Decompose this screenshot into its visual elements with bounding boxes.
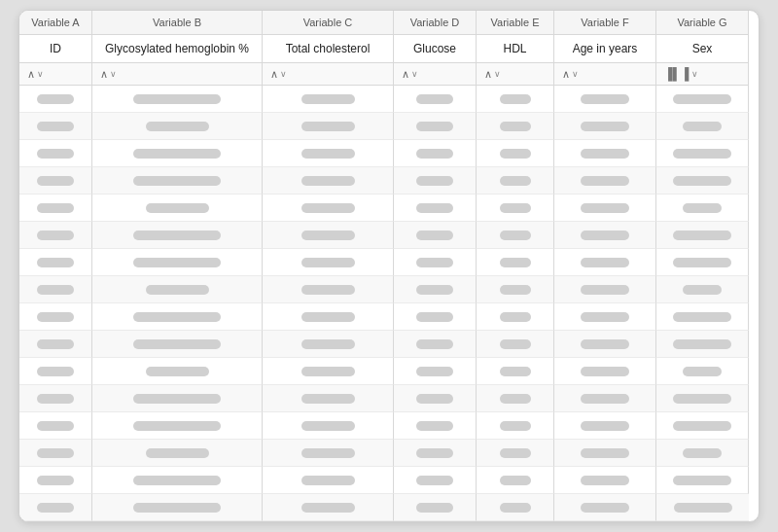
table-row — [554, 412, 656, 440]
table-row — [92, 222, 263, 249]
table-row — [656, 303, 749, 331]
table-row — [92, 276, 263, 303]
field-name-f: Age in years — [554, 35, 656, 63]
table-row — [19, 86, 92, 113]
field-name-a: ID — [19, 35, 92, 63]
table-row — [394, 222, 477, 249]
table-row — [92, 440, 263, 467]
table-row — [656, 276, 749, 303]
table-row — [554, 167, 656, 195]
table-row — [554, 86, 656, 113]
field-name-e: HDL — [477, 35, 554, 63]
table-row — [263, 249, 394, 276]
table-row — [92, 140, 263, 167]
table-row — [19, 331, 92, 358]
field-name-g: Sex — [656, 35, 749, 63]
table-grid: Variable A Variable B Variable C Variabl… — [19, 11, 759, 521]
table-row — [477, 412, 554, 440]
sort-down-icon-b: ∨ — [110, 69, 117, 79]
table-row — [263, 167, 394, 195]
table-row — [656, 358, 749, 385]
table-row — [394, 140, 477, 167]
col-header-a: Variable A — [19, 11, 92, 35]
table-row — [477, 195, 554, 222]
table-row — [19, 358, 92, 385]
table-row — [263, 195, 394, 222]
sort-b[interactable]: ∧ ∨ — [92, 63, 263, 86]
table-row — [263, 303, 394, 331]
table-row — [394, 467, 477, 494]
sort-a[interactable]: ∧ ∨ — [19, 63, 92, 86]
col-header-g: Variable G — [656, 11, 749, 35]
table-row — [394, 303, 477, 331]
table-row — [19, 494, 92, 521]
sort-down-icon-e: ∨ — [494, 69, 501, 79]
table-row — [554, 276, 656, 303]
table-row — [92, 331, 263, 358]
table-row — [263, 113, 394, 140]
col-header-e: Variable E — [477, 11, 554, 35]
sort-up-icon-d: ∧ — [402, 68, 409, 81]
sort-down-icon-a: ∨ — [37, 69, 44, 79]
sort-c[interactable]: ∧ ∨ — [263, 63, 394, 86]
table-row — [554, 113, 656, 140]
table-row — [394, 249, 477, 276]
table-row — [263, 412, 394, 440]
table-row — [394, 276, 477, 303]
table-row — [92, 494, 263, 521]
table-row — [263, 385, 394, 412]
sort-up-icon-a: ∧ — [27, 68, 35, 81]
table-row — [394, 440, 477, 467]
table-row — [92, 195, 263, 222]
sort-down-icon-g: ∨ — [691, 69, 698, 79]
table-row — [263, 222, 394, 249]
sort-up-icon-c: ∧ — [270, 68, 278, 81]
table-row — [263, 331, 394, 358]
table-row — [477, 494, 554, 521]
table-row — [554, 440, 656, 467]
table-row — [19, 113, 92, 140]
table-row — [92, 113, 263, 140]
table-row — [92, 385, 263, 412]
sort-up-icon-b: ∧ — [100, 68, 108, 81]
table-row — [656, 140, 749, 167]
table-row — [92, 167, 263, 195]
table-row — [19, 222, 92, 249]
table-row — [477, 140, 554, 167]
sort-d[interactable]: ∧ ∨ — [394, 63, 477, 86]
table-row — [263, 140, 394, 167]
sort-e[interactable]: ∧ ∨ — [477, 63, 554, 86]
table-row — [477, 249, 554, 276]
table-row — [92, 303, 263, 331]
table-row — [477, 222, 554, 249]
table-row — [656, 195, 749, 222]
table-row — [656, 494, 749, 521]
table-row — [263, 467, 394, 494]
table-row — [19, 195, 92, 222]
sort-up-icon-e: ∧ — [484, 68, 492, 81]
table-row — [477, 276, 554, 303]
field-name-c: Total cholesterol — [263, 35, 394, 63]
table-row — [477, 331, 554, 358]
sort-f[interactable]: ∧ ∨ — [554, 63, 656, 86]
table-row — [554, 249, 656, 276]
table-row — [19, 249, 92, 276]
table-row — [263, 276, 394, 303]
sort-down-icon-c: ∨ — [280, 69, 287, 79]
table-row — [656, 167, 749, 195]
sort-down-icon-d: ∨ — [411, 69, 418, 79]
data-table: Variable A Variable B Variable C Variabl… — [18, 10, 760, 522]
table-row — [477, 167, 554, 195]
field-name-b: Glycosylated hemoglobin % — [92, 35, 263, 63]
table-row — [92, 412, 263, 440]
table-row — [477, 358, 554, 385]
table-row — [19, 303, 92, 331]
field-name-d: Glucose — [394, 35, 477, 63]
table-row — [656, 412, 749, 440]
table-row — [656, 222, 749, 249]
table-row — [477, 86, 554, 113]
sort-g[interactable]: ▐▌▐ ∨ — [656, 63, 749, 86]
table-row — [554, 303, 656, 331]
table-row — [92, 467, 263, 494]
bar-chart-icon-g: ▐▌▐ — [664, 67, 690, 81]
